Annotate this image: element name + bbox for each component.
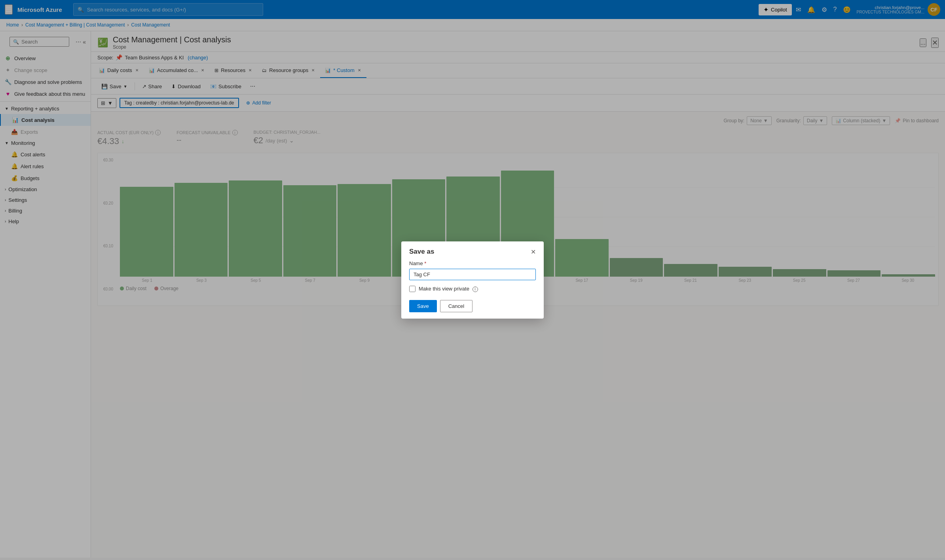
dialog-overlay: Save as ✕ Name * Make this view private … <box>0 0 945 558</box>
dialog-save-button[interactable]: Save <box>409 300 437 312</box>
name-input[interactable] <box>409 269 536 280</box>
name-field-label: Name * <box>409 260 536 266</box>
required-marker: * <box>424 260 426 266</box>
dialog-title: Save as <box>409 248 434 256</box>
private-checkbox[interactable] <box>409 286 416 292</box>
save-as-dialog: Save as ✕ Name * Make this view private … <box>401 241 544 319</box>
dialog-close-button[interactable]: ✕ <box>531 248 536 256</box>
private-info-icon[interactable]: i <box>472 287 478 292</box>
dialog-cancel-button[interactable]: Cancel <box>440 300 472 312</box>
dialog-body: Name * Make this view private i Save Can… <box>401 260 544 319</box>
dialog-header: Save as ✕ <box>401 241 544 260</box>
dialog-actions: Save Cancel <box>409 300 536 312</box>
private-label: Make this view private i <box>419 286 478 292</box>
private-checkbox-row: Make this view private i <box>409 286 536 292</box>
